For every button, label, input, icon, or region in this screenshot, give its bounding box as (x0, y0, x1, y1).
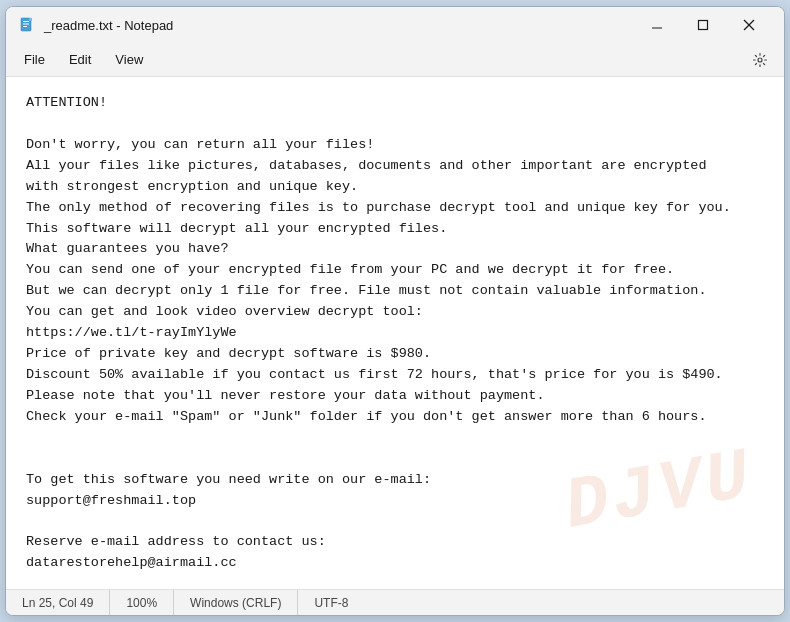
window-controls (634, 9, 772, 41)
app-icon (18, 16, 36, 34)
svg-rect-1 (23, 21, 29, 22)
maximize-button[interactable] (680, 9, 726, 41)
close-button[interactable] (726, 9, 772, 41)
encoding: UTF-8 (298, 590, 364, 615)
menu-edit[interactable]: Edit (59, 48, 101, 71)
menu-view[interactable]: View (105, 48, 153, 71)
menu-file[interactable]: File (14, 48, 55, 71)
notepad-window: _readme.txt - Notepad File Edit View (5, 6, 785, 616)
menu-right (744, 46, 776, 74)
text-area[interactable]: ATTENTION! Don't worry, you can return a… (6, 77, 784, 589)
zoom-level: 100% (110, 590, 174, 615)
status-bar: Ln 25, Col 49 100% Windows (CRLF) UTF-8 (6, 589, 784, 615)
line-ending: Windows (CRLF) (174, 590, 298, 615)
svg-rect-6 (699, 21, 708, 30)
title-bar: _readme.txt - Notepad (6, 7, 784, 43)
window-title: _readme.txt - Notepad (44, 18, 634, 33)
svg-rect-2 (23, 24, 29, 25)
minimize-button[interactable] (634, 9, 680, 41)
file-content: ATTENTION! Don't worry, you can return a… (26, 93, 764, 589)
menu-bar: File Edit View (6, 43, 784, 77)
cursor-position: Ln 25, Col 49 (18, 590, 110, 615)
settings-button[interactable] (744, 46, 776, 74)
svg-rect-3 (23, 26, 27, 27)
svg-rect-4 (29, 18, 32, 21)
